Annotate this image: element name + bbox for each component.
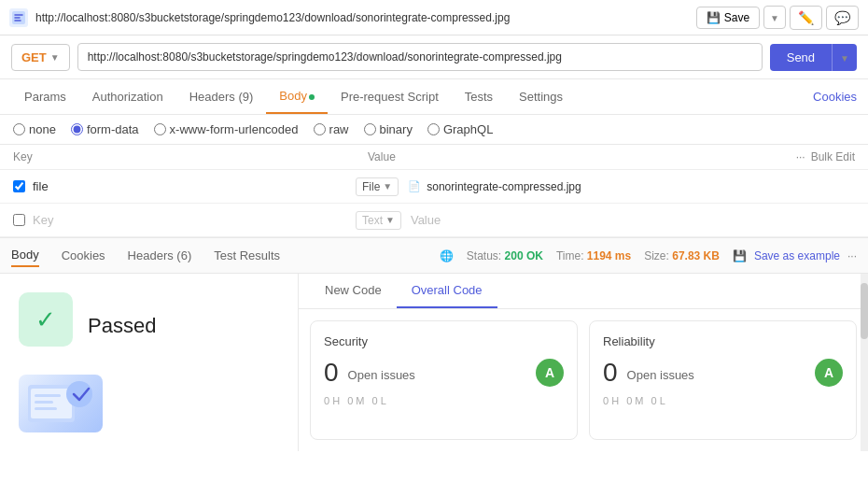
file-icon: 📄 [408,180,421,192]
tab-tests[interactable]: Tests [452,80,506,113]
tab-params[interactable]: Params [11,80,79,113]
save-button[interactable]: 💾 Save [696,7,760,29]
code-tab-new[interactable]: New Code [310,274,397,308]
cookies-link[interactable]: Cookies [813,90,857,104]
more-icon[interactable]: ··· [796,150,805,163]
passed-illustration [19,375,103,432]
kv-row-2-value: Value [401,213,441,227]
passed-panel: ✓ Passed [0,274,299,451]
security-label: Open issues [348,368,415,382]
method-label: GET [21,50,47,64]
security-issues: 0 Open issues A [324,358,564,388]
send-dropdown-button[interactable]: ▼ [832,44,857,71]
save-icon: 💾 [707,11,721,24]
kv-row-2: Key Text ▼ Value [0,204,868,237]
chevron-down-icon: ▼ [770,13,779,23]
send-button[interactable]: Send [770,44,832,71]
size-value: 67.83 KB [672,249,720,262]
kv-row-2-key[interactable]: Key [33,213,350,227]
tab-settings[interactable]: Settings [506,80,576,113]
tab-body[interactable]: Body [266,79,328,114]
security-card: Security 0 Open issues A 0 H 0 M 0 L [310,320,578,440]
radio-raw[interactable]: raw [314,122,349,136]
kv-row-1-filename: sonorintegrate-compressed.jpg [427,180,581,193]
kv-row-1: file File ▼ 📄 sonorintegrate-compressed.… [0,170,868,204]
response-bar: Body Cookies Headers (6) Test Results 🌐 … [0,237,868,274]
response-actions: 💾 Save as example ··· [733,249,857,262]
reliability-issues: 0 Open issues A [603,358,843,388]
kv-row-1-checkbox[interactable] [13,180,25,192]
save-dropdown-button[interactable]: ▼ [763,6,786,29]
tab-pre-request[interactable]: Pre-request Script [328,80,452,113]
kv-row-2-type-select[interactable]: Text ▼ [356,211,401,230]
reliability-row-labels: 0 H 0 M 0 L [603,395,843,406]
tab-authorization[interactable]: Authorization [79,80,176,113]
resp-tab-headers[interactable]: Headers (6) [128,245,192,266]
metrics-grid: Security 0 Open issues A 0 H 0 M 0 L Rel… [299,309,868,451]
code-tab-bar: New Code Overall Code [299,274,868,309]
save-icon-resp: 💾 [733,249,747,262]
body-dot-indicator [309,94,315,100]
reliability-label: Open issues [627,368,694,382]
url-bar: GET ▼ Send ▼ [0,35,868,79]
code-panel: New Code Overall Code Security 0 Open is… [299,274,868,451]
request-tab-bar: Params Authorization Headers (9) Body Pr… [0,79,868,115]
reliability-grade: A [815,359,843,387]
reliability-title: Reliability [603,334,843,348]
response-content: ✓ Passed New Code Overall Code [0,274,868,451]
radio-url-encoded[interactable]: x-www-form-urlencoded [154,122,299,136]
kv-row-1-type-select[interactable]: File ▼ [356,177,399,196]
check-icon: ✓ [35,305,56,334]
scrollbar[interactable] [861,274,868,451]
edit-button[interactable]: ✏️ [790,6,822,30]
top-bar-url: http://localhost:8080/s3bucketstorage/sp… [35,11,689,24]
kv-row-1-key[interactable]: file [33,179,350,193]
security-row-labels: 0 H 0 M 0 L [324,395,564,406]
scrollbar-thumb[interactable] [861,283,868,339]
top-bar-actions: 💾 Save ▼ ✏️ 💬 [696,6,859,30]
value-column-header: Value [368,150,796,163]
resp-tab-body[interactable]: Body [11,244,39,267]
passed-header: ✓ Passed [19,292,156,360]
kv-table-actions: ··· Bulk Edit [796,150,855,163]
app-icon [9,8,28,27]
security-title: Security [324,334,564,348]
response-status: 🌐 Status: 200 OK Time: 1194 ms Size: 67.… [440,249,857,262]
passed-label: Passed [88,314,156,338]
body-options-bar: none form-data x-www-form-urlencoded raw… [0,115,868,145]
svg-point-3 [66,381,92,407]
status-value: 200 OK [505,249,543,262]
key-column-header: Key [13,150,368,163]
url-input[interactable] [77,43,763,71]
radio-form-data[interactable]: form-data [71,122,139,136]
svg-rect-4 [35,394,61,397]
radio-graphql[interactable]: GraphQL [427,122,493,136]
kv-row-1-value-area: 📄 sonorintegrate-compressed.jpg [399,180,855,193]
passed-badge: ✓ [19,292,73,347]
reliability-card: Reliability 0 Open issues A 0 H 0 M 0 L [589,320,857,440]
kv-row-1-type-label: File [362,180,380,193]
resp-tab-cookies[interactable]: Cookies [62,245,105,266]
type-chevron-icon: ▼ [383,181,392,191]
radio-none[interactable]: none [13,122,56,136]
bulk-edit-button[interactable]: Bulk Edit [811,150,855,163]
tab-headers[interactable]: Headers (9) [176,80,267,113]
resp-tab-test-results[interactable]: Test Results [214,245,280,266]
kv-row-2-checkbox[interactable] [13,214,25,226]
message-button[interactable]: 💬 [826,6,859,30]
method-select[interactable]: GET ▼ [11,44,70,71]
radio-binary[interactable]: binary [364,122,413,136]
reliability-count: 0 [603,358,618,388]
send-chevron-icon: ▼ [840,53,849,64]
svg-rect-6 [35,407,57,410]
type2-chevron-icon: ▼ [385,215,395,225]
svg-rect-5 [35,401,53,404]
method-chevron-icon: ▼ [50,52,60,63]
save-example-button[interactable]: Save as example [754,249,840,262]
time-value: 1194 ms [587,249,631,262]
kv-table-header: Key Value ··· Bulk Edit [0,145,868,170]
security-count: 0 [324,358,339,388]
globe-icon: 🌐 [440,249,454,262]
more-options-icon[interactable]: ··· [847,249,857,262]
code-tab-overall[interactable]: Overall Code [397,274,497,308]
